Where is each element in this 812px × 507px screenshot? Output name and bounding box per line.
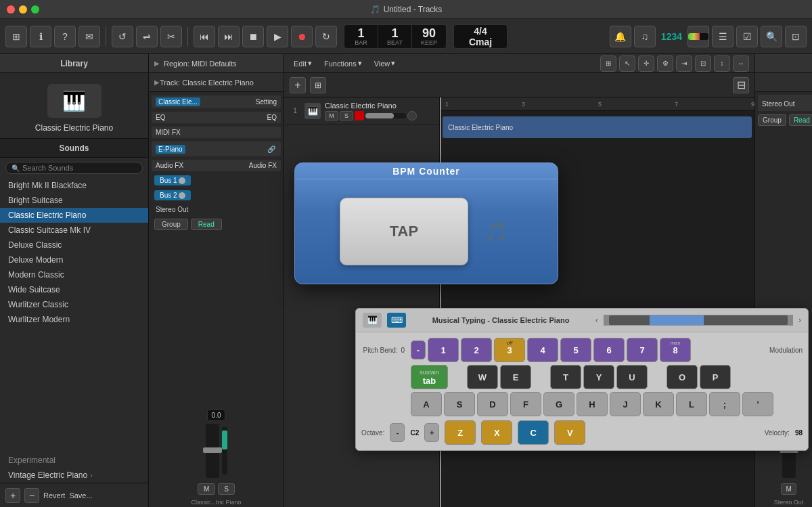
solo-btn-left[interactable]: S	[218, 483, 235, 495]
list-item[interactable]: Bright Suitcase	[0, 193, 148, 208]
level-meter-fill-left	[222, 431, 227, 449]
arrange-content: 1 🎹 Classic Electric Piano M S	[284, 97, 754, 507]
bpm-content: TAP 🎵	[295, 179, 558, 284]
tool-plus-btn[interactable]: ✛	[638, 56, 654, 72]
nudge-btn[interactable]: ↕	[714, 56, 730, 72]
track-volume-slider[interactable]	[365, 113, 406, 118]
sidebar-toggle-btn[interactable]: ⊡	[785, 26, 807, 47]
vintage-electric-piano[interactable]: Vintage Electric Piano ›	[0, 468, 148, 483]
mixer-btn[interactable]: ⇌	[136, 26, 158, 47]
close-button[interactable]	[7, 5, 15, 14]
edit-label: Edit	[294, 60, 307, 68]
bpm-counter-modal[interactable]: BPM Counter TAP 🎵	[294, 162, 558, 284]
list-item[interactable]: Classic Electric Piano	[0, 208, 148, 223]
info-btn[interactable]: ℹ	[30, 26, 51, 47]
tool-pointer-btn[interactable]: ↖	[619, 56, 635, 72]
cycle-btn[interactable]: ↻	[315, 26, 337, 47]
edit-menu[interactable]: Edit ▾	[290, 58, 316, 69]
list-item[interactable]: Wide Suitcase	[0, 282, 148, 297]
save-btn[interactable]: Save...	[69, 491, 92, 500]
record-btn[interactable]: ⏺	[291, 26, 313, 47]
read-btn[interactable]: Read	[191, 219, 222, 230]
region-name: Classic Electric Piano	[448, 124, 513, 131]
eq-row[interactable]: EQ EQ	[152, 112, 281, 123]
minimize-button[interactable]	[19, 5, 27, 14]
right-fader-track[interactable]	[782, 424, 796, 478]
title-bar: 🎵 Untitled - Tracks	[0, 0, 812, 19]
tap-button[interactable]: TAP	[340, 198, 468, 265]
list-item[interactable]: Wurlitzer Classic	[0, 297, 148, 312]
sounds-label: Sounds	[60, 144, 89, 153]
notes-btn[interactable]: ✉	[78, 26, 100, 47]
list-btn[interactable]: ☰	[712, 26, 734, 47]
list-item[interactable]: Wurlitzer Modern	[0, 312, 148, 327]
undo-btn[interactable]: ↺	[112, 26, 133, 47]
rewind-btn[interactable]: ⏮	[194, 26, 215, 47]
snap-btn[interactable]: ⊞	[600, 56, 616, 72]
add-track-btn[interactable]: +	[290, 77, 306, 93]
list-item[interactable]: Deluxe Classic	[0, 238, 148, 252]
remove-sound-btn[interactable]: −	[24, 488, 39, 503]
track-region[interactable]: Classic Electric Piano	[443, 116, 752, 138]
metronome-btn[interactable]: 🔔	[610, 26, 631, 47]
settings-btn[interactable]: ⚙	[657, 56, 673, 72]
add-sound-btn[interactable]: +	[5, 488, 20, 503]
zoom-btn[interactable]: ⊡	[695, 56, 711, 72]
tempo-display: 90 KEEP	[412, 25, 446, 48]
chevron-right-icon: ›	[90, 472, 92, 479]
list-item[interactable]: Modern Classic	[0, 267, 148, 282]
list-item[interactable]: Classic Suitcase Mk IV	[0, 223, 148, 238]
right-fader-thumb[interactable]	[780, 447, 798, 453]
right-channel-name: Stereo Out	[755, 498, 812, 507]
plugin-row-main[interactable]: Classic Ele... Setting	[152, 95, 281, 108]
maximize-button[interactable]	[31, 5, 39, 14]
align-btn[interactable]: ⇥	[676, 56, 692, 72]
track-mute-btn[interactable]: M	[325, 111, 338, 120]
group-btn[interactable]: Group	[154, 219, 188, 230]
epiano-row[interactable]: E-Piano 🔗	[152, 141, 281, 156]
group-read-row: Group Read	[152, 217, 281, 232]
mute-btn-left[interactable]: M	[198, 483, 215, 495]
instrument-icon: 🎹	[47, 84, 102, 118]
fast-forward-btn[interactable]: ⏭	[218, 26, 240, 47]
sound-list: Bright Mk II BlackfaceBright SuitcaseCla…	[0, 178, 148, 453]
tuner-btn[interactable]: ♫	[634, 26, 656, 47]
bus2-knob[interactable]	[179, 192, 185, 199]
bus2-btn[interactable]: Bus 2	[154, 190, 191, 200]
fader-track-left[interactable]	[206, 424, 219, 478]
functions-menu[interactable]: Functions ▾	[320, 58, 366, 69]
right-read-btn[interactable]: Read	[789, 114, 812, 126]
play-btn[interactable]: ▶	[267, 26, 288, 47]
midi-fx-row[interactable]: MIDI FX	[152, 127, 281, 138]
list-item[interactable]: Bright Mk II Blackface	[0, 178, 148, 193]
track-icon: 🎹	[304, 103, 321, 119]
track-record-btn[interactable]	[355, 111, 364, 120]
ruler-mark-9: 9	[746, 101, 754, 108]
bus1-btn[interactable]: Bus 1	[154, 175, 191, 185]
track-pan-knob[interactable]	[407, 111, 417, 120]
library-btn[interactable]: ⊞	[5, 26, 27, 47]
revert-btn[interactable]: Revert	[43, 491, 65, 500]
loop-region-btn[interactable]: ⊟	[733, 77, 749, 93]
right-mute-btn[interactable]: M	[781, 483, 796, 495]
right-eq-row[interactable]: Stereo Out	[758, 95, 812, 111]
table-row[interactable]: 1 🎹 Classic Electric Piano M S	[284, 97, 439, 125]
track-list: 1 🎹 Classic Electric Piano M S	[284, 97, 440, 507]
stop-btn[interactable]: ⏹	[242, 26, 264, 47]
search-box[interactable]: 🔍 Search Sounds	[5, 162, 143, 174]
view-menu[interactable]: View ▾	[370, 58, 400, 69]
list-item[interactable]: Deluxe Modern	[0, 252, 148, 267]
eq-label-left: EQ	[156, 114, 165, 121]
help-btn[interactable]: ?	[54, 26, 76, 47]
right-group-btn[interactable]: Group	[758, 114, 786, 126]
bus1-knob[interactable]	[179, 177, 185, 184]
search-btn[interactable]: 🔍	[761, 26, 782, 47]
add-midi-btn[interactable]: ⊞	[310, 77, 326, 93]
loop-btn[interactable]: ↔	[733, 56, 749, 72]
eq-label-right: EQ	[267, 114, 277, 121]
cut-btn[interactable]: ✂	[160, 26, 182, 47]
fader-thumb-left[interactable]	[203, 447, 222, 453]
track-solo-btn[interactable]: S	[340, 111, 353, 120]
audio-fx-row[interactable]: Audio FX Audio FX	[152, 160, 281, 171]
checkbox-btn[interactable]: ☑	[736, 26, 758, 47]
